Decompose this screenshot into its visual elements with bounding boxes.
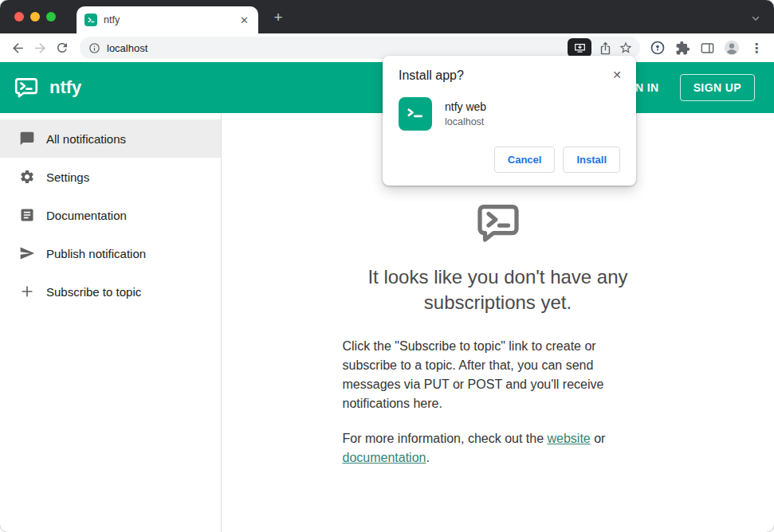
- sidebar-item-publish-notification[interactable]: Publish notification: [0, 234, 221, 272]
- profile-avatar[interactable]: [721, 37, 743, 59]
- sidebar-item-label: All notifications: [46, 132, 126, 146]
- install-app-icon[interactable]: [568, 38, 591, 57]
- more-info-paragraph: For more information, check out the webs…: [343, 429, 654, 467]
- brand-title: ntfy: [49, 77, 81, 98]
- chat-bubble-icon: [19, 131, 35, 147]
- window-controls: [14, 12, 56, 22]
- minimize-window-button[interactable]: [30, 12, 40, 22]
- website-link[interactable]: website: [548, 432, 591, 445]
- sign-up-button[interactable]: SIGN UP: [680, 74, 755, 101]
- site-info-icon[interactable]: [88, 42, 100, 54]
- empty-state-heading: It looks like you don't have any subscri…: [315, 264, 682, 316]
- dialog-actions: Cancel Install: [399, 147, 620, 173]
- send-icon: [19, 245, 35, 261]
- browser-window: ntfy ✕ + localhost: [0, 0, 774, 532]
- password-manager-extension-icon[interactable]: [646, 37, 669, 59]
- sidebar-item-all-notifications[interactable]: All notifications: [0, 119, 221, 158]
- address-text: localhost: [107, 42, 568, 54]
- empty-state-paragraph: Click the "Subscribe to topic" link to c…: [343, 337, 654, 413]
- extensions-puzzle-icon[interactable]: [671, 37, 693, 59]
- article-icon: [19, 207, 35, 223]
- dialog-title: Install app?: [399, 68, 620, 83]
- forward-button[interactable]: [29, 37, 51, 59]
- plus-icon: [19, 284, 35, 299]
- dialog-app-text: ntfy web localhost: [445, 100, 486, 127]
- sidebar-item-label: Subscribe to topic: [46, 285, 141, 299]
- tab-close-icon[interactable]: ✕: [238, 14, 250, 26]
- dialog-close-icon[interactable]: ✕: [609, 65, 625, 84]
- close-window-button[interactable]: [14, 12, 24, 22]
- reload-button[interactable]: [51, 37, 73, 59]
- sidebar-item-documentation[interactable]: Documentation: [0, 196, 221, 234]
- tab-list-chevron-icon[interactable]: [750, 13, 761, 24]
- dialog-app-info: ntfy web localhost: [399, 97, 620, 131]
- sidebar-item-label: Settings: [46, 170, 89, 184]
- tab-title: ntfy: [104, 14, 232, 25]
- sidebar-item-label: Publish notification: [46, 247, 146, 260]
- new-tab-button[interactable]: +: [268, 7, 289, 28]
- more-info-middle: or: [591, 432, 606, 445]
- ntfy-logo-icon: [13, 74, 40, 101]
- sidebar-item-label: Documentation: [46, 209, 127, 222]
- dialog-app-origin: localhost: [445, 116, 486, 127]
- sidebar-item-settings[interactable]: Settings: [0, 158, 221, 196]
- toolbar-extensions-area: ⋮: [646, 37, 768, 59]
- ntfy-empty-state-icon: [473, 199, 524, 247]
- fullscreen-window-button[interactable]: [46, 12, 56, 22]
- install-button[interactable]: Install: [563, 147, 620, 173]
- install-app-dialog: Install app? ✕ ntfy web localhost Cancel…: [383, 56, 636, 186]
- dialog-app-name: ntfy web: [445, 100, 486, 113]
- ntfy-favicon: [84, 14, 97, 26]
- empty-state-text: Click the "Subscribe to topic" link to c…: [343, 337, 654, 467]
- more-info-suffix: .: [426, 451, 429, 464]
- tab-strip: ntfy ✕ +: [0, 0, 774, 33]
- sidebar: All notifications Settings Documentation…: [0, 113, 222, 532]
- gear-icon: [19, 169, 35, 185]
- browser-tab-ntfy[interactable]: ntfy ✕: [77, 6, 258, 33]
- sidebar-item-subscribe-to-topic[interactable]: Subscribe to topic: [0, 272, 221, 311]
- documentation-link[interactable]: documentation: [343, 451, 426, 464]
- more-info-prefix: For more information, check out the: [343, 432, 548, 445]
- side-panel-icon[interactable]: [696, 37, 718, 59]
- browser-menu-icon[interactable]: ⋮: [745, 37, 768, 59]
- cancel-button[interactable]: Cancel: [494, 147, 556, 173]
- back-button[interactable]: [6, 37, 29, 59]
- ntfy-app-icon: [399, 97, 432, 131]
